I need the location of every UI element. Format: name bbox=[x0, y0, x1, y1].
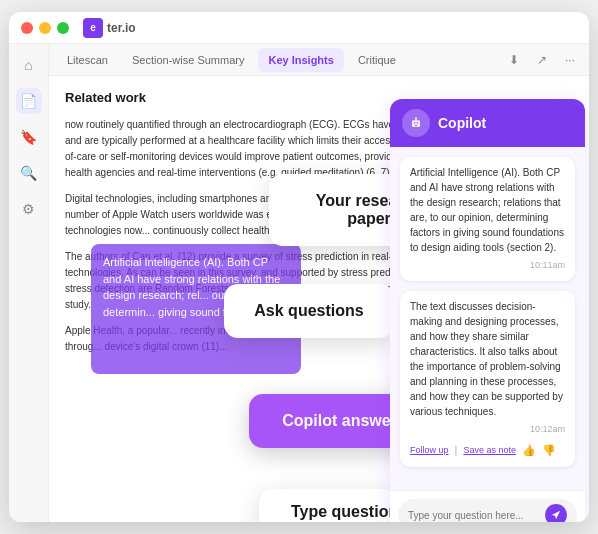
tab-key-insights[interactable]: Key Insights bbox=[258, 48, 343, 72]
ask-questions-label: Ask questions bbox=[248, 302, 370, 320]
share-icon[interactable]: ↗ bbox=[531, 49, 553, 71]
copilot-robot-icon bbox=[402, 109, 430, 137]
download-icon[interactable]: ⬇ bbox=[503, 49, 525, 71]
card-ask[interactable]: Ask questions bbox=[224, 284, 394, 338]
close-button[interactable] bbox=[21, 22, 33, 34]
content-area: ⌂ 📄 🔖 🔍 ⚙ Litescan Section-wise Summary … bbox=[9, 44, 589, 522]
tab-litescan[interactable]: Litescan bbox=[57, 48, 118, 72]
logo-area: e ter.io bbox=[83, 18, 136, 38]
svg-rect-0 bbox=[412, 120, 420, 127]
tab-section-summary[interactable]: Section-wise Summary bbox=[122, 48, 254, 72]
copilot-question-1: Artificial Intelligence (AI). Both CP an… bbox=[400, 157, 575, 281]
thumbs-up-icon[interactable]: 👍 bbox=[522, 442, 536, 459]
copilot-input-area bbox=[390, 490, 585, 522]
copilot-question-text: Artificial Intelligence (AI). Both CP an… bbox=[410, 167, 564, 253]
tab-bar: Litescan Section-wise Summary Key Insigh… bbox=[49, 44, 589, 76]
document-icon[interactable]: 📄 bbox=[16, 88, 42, 114]
copilot-panel: Copilot Artificial Intelligence (AI). Bo… bbox=[390, 99, 585, 522]
tab-actions: ⬇ ↗ ··· bbox=[503, 49, 581, 71]
copilot-messages: Artificial Intelligence (AI). Both CP an… bbox=[390, 147, 585, 490]
copilot-answer-text: The text discusses decision-making and d… bbox=[410, 301, 563, 417]
copilot-answer-time: 10:12am bbox=[410, 423, 565, 437]
app-window: e ter.io ⌂ 📄 🔖 🔍 ⚙ Litescan Section-wise… bbox=[9, 12, 589, 522]
copilot-answer-1: The text discusses decision-making and d… bbox=[400, 291, 575, 467]
title-bar: e ter.io bbox=[9, 12, 589, 44]
svg-rect-3 bbox=[415, 125, 418, 126]
svg-point-5 bbox=[415, 117, 417, 119]
copilot-input-row bbox=[398, 499, 577, 522]
save-as-note-link[interactable]: Save as note bbox=[463, 444, 516, 458]
copilot-title: Copilot bbox=[438, 115, 486, 131]
home-icon[interactable]: ⌂ bbox=[16, 52, 42, 78]
maximize-button[interactable] bbox=[57, 22, 69, 34]
svg-rect-1 bbox=[414, 122, 415, 123]
svg-rect-2 bbox=[417, 122, 418, 123]
logo-icon: e bbox=[83, 18, 103, 38]
follow-up-link[interactable]: Follow up bbox=[410, 444, 449, 458]
doc-panel: Litescan Section-wise Summary Key Insigh… bbox=[49, 44, 589, 522]
more-icon[interactable]: ··· bbox=[559, 49, 581, 71]
copilot-msg-actions: Follow up | Save as note 👍 👎 bbox=[410, 442, 565, 459]
sidebar-icons: ⌂ 📄 🔖 🔍 ⚙ bbox=[9, 44, 49, 522]
tab-critique[interactable]: Critique bbox=[348, 48, 406, 72]
copilot-question-input[interactable] bbox=[408, 510, 539, 521]
minimize-button[interactable] bbox=[39, 22, 51, 34]
search-icon[interactable]: 🔍 bbox=[16, 160, 42, 186]
thumbs-down-icon[interactable]: 👎 bbox=[542, 442, 556, 459]
logo-text: ter.io bbox=[107, 21, 136, 35]
settings-icon[interactable]: ⚙ bbox=[16, 196, 42, 222]
bookmark-icon[interactable]: 🔖 bbox=[16, 124, 42, 150]
copilot-send-button[interactable] bbox=[545, 504, 567, 522]
copilot-question-time: 10:11am bbox=[410, 259, 565, 273]
copilot-header: Copilot bbox=[390, 99, 585, 147]
divider-icon: | bbox=[455, 442, 458, 459]
